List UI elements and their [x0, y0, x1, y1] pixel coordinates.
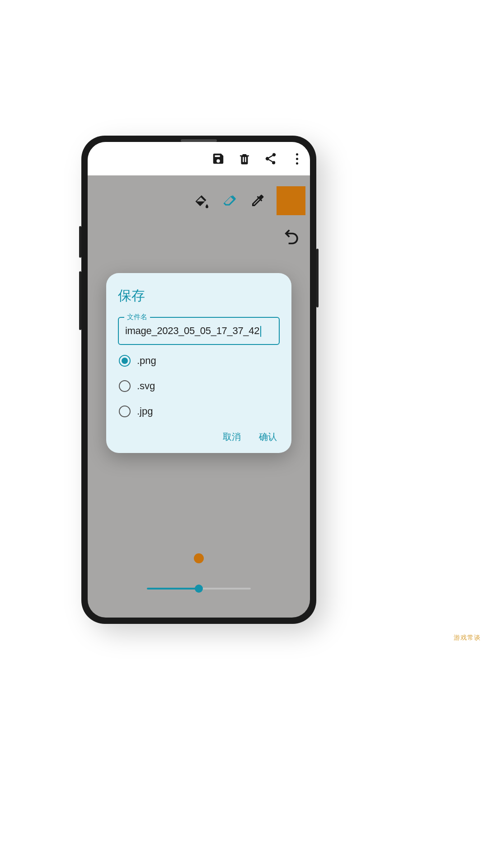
confirm-button[interactable]: 确认 [259, 431, 277, 443]
radio-label: .png [137, 355, 156, 367]
phone-side-button [79, 226, 81, 258]
format-radio-group: .png .svg .jpg [119, 355, 280, 417]
filename-field[interactable]: 文件名 image_2023_05_05_17_37_42 [118, 317, 280, 345]
format-option-jpg[interactable]: .jpg [119, 406, 280, 417]
screen: 保存 文件名 image_2023_05_05_17_37_42 .png .s… [88, 142, 310, 618]
filename-value: image_2023_05_05_17_37_42 [125, 325, 261, 336]
radio-label: .svg [137, 380, 155, 392]
phone-side-button [316, 249, 319, 307]
format-option-svg[interactable]: .svg [119, 380, 280, 392]
radio-icon[interactable] [119, 406, 131, 417]
phone-frame: 保存 文件名 image_2023_05_05_17_37_42 .png .s… [81, 136, 316, 624]
radio-icon[interactable] [119, 355, 131, 367]
phone-side-button [79, 271, 81, 330]
format-option-png[interactable]: .png [119, 355, 280, 367]
save-dialog: 保存 文件名 image_2023_05_05_17_37_42 .png .s… [106, 273, 291, 453]
cancel-button[interactable]: 取消 [223, 431, 241, 443]
dialog-actions: 取消 确认 [118, 431, 280, 443]
radio-icon[interactable] [119, 380, 131, 392]
dialog-title: 保存 [118, 287, 280, 305]
filename-label: 文件名 [124, 313, 150, 321]
radio-label: .jpg [137, 406, 153, 417]
watermark-text: 游戏常谈 [454, 634, 481, 642]
text-caret [260, 326, 261, 337]
